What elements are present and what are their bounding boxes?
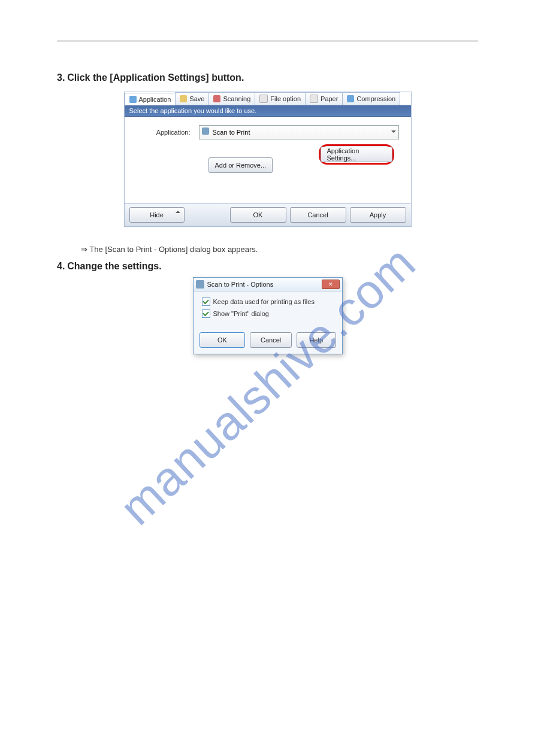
dialog-footer: Hide OK Cancel Apply [125, 203, 411, 226]
hide-button[interactable]: Hide [129, 207, 185, 223]
button-label: Hide [150, 211, 164, 218]
button-label: Apply [370, 211, 386, 218]
step-number: 4. [57, 261, 65, 271]
button-label: Cancel [307, 211, 328, 218]
tab-scanning[interactable]: Scanning [208, 92, 255, 105]
keep-data-checkbox-row[interactable]: Keep data used for printing as files [202, 297, 334, 306]
window-icon [129, 96, 137, 103]
checkbox-label: Show "Print" dialog [213, 310, 269, 317]
tab-compression[interactable]: Compression [342, 92, 400, 105]
grid-icon [213, 95, 220, 102]
compress-icon [347, 95, 354, 102]
ok-button[interactable]: OK [230, 207, 286, 223]
step-4: 4. Change the settings. [57, 260, 478, 273]
button-label: OK [253, 211, 263, 218]
file-icon [259, 95, 268, 103]
highlight-circle: Application Settings... [319, 144, 394, 165]
document-page: 3. Click the [Application Settings] butt… [0, 0, 535, 354]
application-row: Application: Scan to Print [137, 125, 399, 139]
tab-strip: Application Save Scanning File option Pa… [125, 92, 411, 105]
close-button[interactable]: ✕ [322, 280, 340, 289]
options-body: Keep data used for printing as files Sho… [194, 292, 342, 329]
checkbox-label: Keep data used for printing as files [213, 298, 315, 305]
dropdown-value: Scan to Print [213, 129, 250, 136]
options-dialog: Scan to Print - Options ✕ Keep data used… [193, 277, 343, 354]
step-text: Change the settings. [67, 261, 161, 271]
button-label: Help [309, 336, 323, 344]
options-footer: OK Cancel Help [194, 329, 342, 354]
ok-button[interactable]: OK [200, 332, 246, 348]
cancel-button[interactable]: Cancel [290, 207, 346, 223]
button-label: Cancel [261, 336, 281, 344]
step-number: 3. [57, 72, 65, 83]
tab-label: Scanning [223, 95, 250, 102]
top-rule [57, 41, 478, 41]
tab-label: Paper [321, 95, 338, 102]
application-dropdown[interactable]: Scan to Print [199, 125, 399, 139]
button-label: Application Settings... [327, 147, 386, 162]
tab-label: File option [270, 95, 301, 102]
scansnap-dialog: Application Save Scanning File option Pa… [124, 92, 412, 227]
cancel-button[interactable]: Cancel [250, 332, 291, 348]
checkbox-icon [202, 297, 210, 306]
tab-paper[interactable]: Paper [305, 92, 343, 105]
panel-body: Application: Scan to Print Application S… [125, 117, 411, 203]
tab-save[interactable]: Save [175, 92, 209, 105]
show-print-dialog-checkbox-row[interactable]: Show "Print" dialog [202, 309, 334, 318]
button-label: OK [217, 336, 227, 344]
application-settings-button[interactable]: Application Settings... [321, 147, 392, 162]
tab-label: Compression [356, 95, 395, 102]
window-icon [196, 280, 204, 289]
folder-icon [180, 95, 187, 102]
tab-file-option[interactable]: File option [255, 92, 306, 105]
apply-button[interactable]: Apply [350, 207, 406, 223]
title-text: Scan to Print - Options [207, 281, 274, 288]
panel-caption: Select the application you would like to… [125, 105, 411, 117]
button-label: Add or Remove... [215, 162, 267, 169]
help-button[interactable]: Help [297, 332, 336, 348]
checkbox-icon [202, 309, 210, 318]
titlebar: Scan to Print - Options ✕ [194, 278, 342, 292]
tab-label: Save [189, 95, 204, 102]
application-label: Application: [137, 129, 191, 136]
add-remove-button[interactable]: Add or Remove... [208, 157, 273, 173]
result-line: ⇒ The [Scan to Print - Options] dialog b… [81, 245, 478, 254]
tab-label: Application [139, 96, 171, 103]
step-3: 3. Click the [Application Settings] butt… [57, 71, 478, 84]
paper-icon [310, 95, 318, 103]
step-text: Click the [Application Settings] button. [67, 72, 244, 83]
tab-application[interactable]: Application [125, 93, 176, 105]
